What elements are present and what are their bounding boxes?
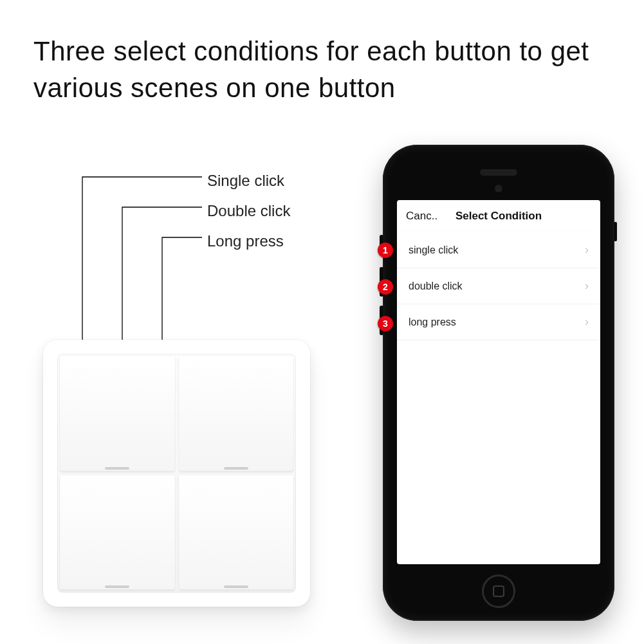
- chevron-right-icon: ›: [585, 315, 589, 329]
- list-item[interactable]: single click ›: [397, 232, 600, 268]
- phone-mockup: 1 2 3 Canc.. Select Condition single cli…: [383, 145, 614, 621]
- callout-label-group: Single click Double click Long press: [207, 166, 290, 256]
- switch-button-3[interactable]: [60, 475, 175, 591]
- condition-list: single click › double click › long press…: [397, 232, 600, 340]
- callout-long-press: Long press: [207, 226, 290, 257]
- callout-single-click: Single click: [207, 166, 290, 196]
- list-item[interactable]: long press ›: [397, 304, 600, 340]
- headline-text: Three select conditions for each button …: [33, 33, 593, 106]
- callout-badge-3: 3: [378, 316, 393, 331]
- nav-bar: Canc.. Select Condition: [397, 200, 600, 232]
- callout-double-click: Double click: [207, 196, 290, 226]
- chevron-right-icon: ›: [585, 279, 589, 293]
- list-item-label: double click: [409, 281, 585, 292]
- phone-earpiece: [480, 169, 517, 176]
- callout-badge-2: 2: [378, 279, 393, 295]
- cancel-button[interactable]: Canc..: [406, 210, 437, 223]
- phone-screen: Canc.. Select Condition single click › d…: [397, 200, 600, 564]
- switch-button-4[interactable]: [179, 475, 294, 591]
- list-item-label: long press: [409, 317, 585, 328]
- callout-badge-1: 1: [378, 243, 393, 258]
- phone-front-camera: [495, 185, 502, 192]
- switch-button-1[interactable]: [60, 356, 175, 472]
- list-item-label: single click: [409, 244, 585, 256]
- chevron-right-icon: ›: [585, 243, 589, 257]
- phone-power-button: [614, 222, 617, 241]
- wall-switch-device: [43, 340, 310, 607]
- switch-button-2[interactable]: [179, 356, 294, 472]
- phone-home-button[interactable]: [482, 575, 515, 608]
- list-item[interactable]: double click ›: [397, 268, 600, 304]
